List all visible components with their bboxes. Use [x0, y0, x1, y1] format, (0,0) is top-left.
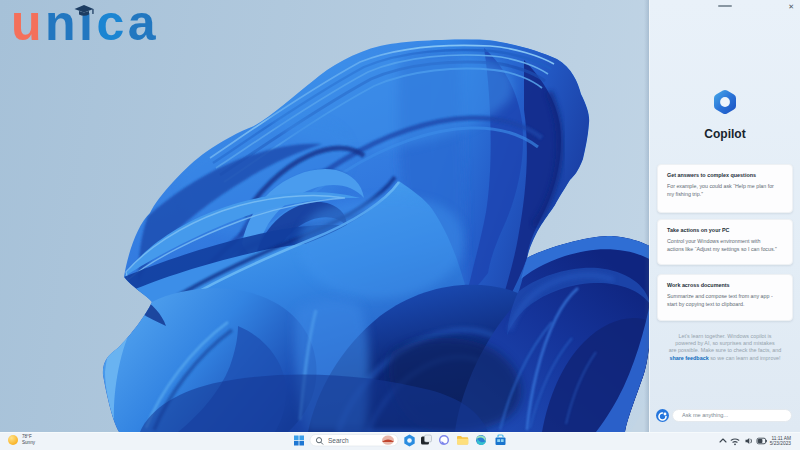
svg-text:Search: Search — [328, 437, 349, 444]
